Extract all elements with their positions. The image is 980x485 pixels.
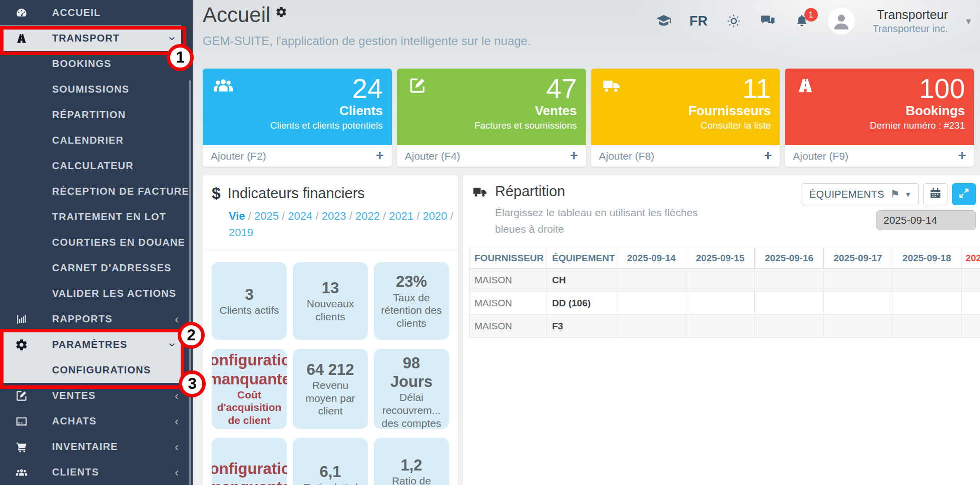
tile-nouveaux-clients: 13 Nouveaux clients: [293, 262, 368, 340]
filter-2021[interactable]: 2021: [389, 210, 413, 222]
filter-2025[interactable]: 2025: [254, 210, 279, 222]
bar-chart-icon: [15, 313, 32, 326]
filter-vie[interactable]: Vie: [229, 210, 245, 222]
calendar-button[interactable]: [923, 183, 947, 205]
add-booking-button[interactable]: Ajouter (F9) +: [785, 145, 974, 167]
page-title: Accueil: [203, 3, 270, 27]
ventes-card: 47 Ventes Factures et soumissions Ajoute…: [397, 69, 586, 167]
main-content: Accueil GEM-SUITE, l'application de gest…: [193, 0, 980, 485]
filter-2022[interactable]: 2022: [355, 210, 380, 222]
filter-2023[interactable]: 2023: [322, 210, 346, 222]
bookings-card: 100 Bookings Dernier numéro : #231 Ajout…: [785, 69, 974, 167]
topbar-actions: FR 1 Transporteur Transporteur inc. ▾: [656, 7, 971, 35]
chevron-left-icon: ‹: [175, 466, 179, 478]
sidebar-item-bookings[interactable]: BOOKINGS: [0, 51, 193, 77]
sidebar-item-traitement-en-lot[interactable]: TRAITEMENT EN LOT: [0, 204, 193, 230]
sidebar-item-rapports[interactable]: RAPPORTS ‹: [0, 306, 193, 332]
sidebar-item-calculateur[interactable]: CALCULATEUR: [0, 153, 193, 179]
tile-configuration-manquante: Configuration manquante: [212, 438, 287, 485]
sidebar-item-label: TRANSPORT: [52, 33, 120, 44]
schedule-cell[interactable]: [617, 315, 686, 338]
add-vente-button[interactable]: Ajouter (F4) +: [397, 145, 586, 167]
edit-icon: [15, 389, 32, 402]
sidebar-item-repartition[interactable]: RÉPARTITION: [0, 102, 193, 128]
schedule-cell[interactable]: [617, 292, 686, 315]
sidebar-scrollbar[interactable]: [189, 80, 191, 485]
schedule-cell[interactable]: [961, 315, 980, 338]
schedule-cell[interactable]: [686, 292, 755, 315]
col-equipement: ÉQUIPEMENT: [547, 248, 617, 269]
table-row: MAISON F3: [469, 315, 980, 338]
schedule-cell[interactable]: [823, 292, 892, 315]
sidebar-item-label: ACCUEIL: [52, 7, 101, 19]
ventes-card-body[interactable]: 47 Ventes Factures et soumissions: [397, 69, 586, 145]
tile-ratio-liquidite: 1,2 Ratio de liquidité: [374, 438, 449, 485]
fournisseurs-card: 11 Fournisseurs Consulter la liste Ajout…: [591, 69, 780, 167]
col-date-5: 2025-09-18: [892, 248, 961, 269]
schedule-cell[interactable]: [892, 292, 961, 315]
chevron-down-icon: ‹: [165, 37, 177, 41]
schedule-cell[interactable]: [892, 315, 961, 338]
expand-table-button[interactable]: [952, 183, 976, 205]
schedule-cell[interactable]: [823, 269, 892, 292]
schedule-cell[interactable]: [961, 269, 980, 292]
schedule-cell[interactable]: [892, 269, 961, 292]
sidebar-item-reception-de-facture[interactable]: RÉCEPTION DE FACTURE: [0, 179, 193, 204]
sidebar-item-courtiers-en-douane[interactable]: COURTIERS EN DOUANE: [0, 230, 193, 255]
clients-card: 24 Clients Clients et clients potentiels…: [203, 69, 392, 167]
date-input[interactable]: 2025-09-14: [876, 210, 976, 230]
filter-2020[interactable]: 2020: [423, 210, 447, 222]
flag-icon: ⚑: [890, 188, 900, 200]
divider: [203, 251, 458, 251]
filter-2024[interactable]: 2024: [288, 210, 312, 222]
equipements-dropdown-button[interactable]: ÉQUIPEMENTS ⚑ ▾: [801, 183, 919, 205]
sidebar-item-clients[interactable]: CLIENTS ‹: [0, 459, 193, 485]
table-row: MAISON CH: [469, 269, 980, 292]
sidebar-item-carnet-adresses[interactable]: CARNET D'ADRESSES: [0, 255, 193, 281]
sidebar-item-ventes[interactable]: VENTES ‹: [0, 383, 193, 408]
clients-card-body[interactable]: 24 Clients Clients et clients potentiels: [203, 69, 392, 145]
sidebar-item-achats[interactable]: ACHATS ‹: [0, 408, 193, 434]
page-subtitle: GEM-SUITE, l'application de gestion inte…: [203, 34, 531, 48]
schedule-cell[interactable]: [755, 315, 824, 338]
add-fournisseur-button[interactable]: Ajouter (F8) +: [591, 145, 780, 167]
chevron-down-icon: ‹: [165, 343, 177, 347]
page-settings-gear-icon[interactable]: [275, 6, 287, 20]
add-client-button[interactable]: Ajouter (F2) +: [203, 145, 392, 167]
sidebar-item-soumissions[interactable]: SOUMISSIONS: [0, 77, 193, 102]
avatar[interactable]: [828, 8, 855, 35]
sidebar-item-transport[interactable]: TRANSPORT ‹: [0, 26, 181, 51]
plus-icon: +: [570, 149, 578, 163]
schedule-cell[interactable]: [823, 315, 892, 338]
sidebar-item-accueil[interactable]: ACCUEIL: [0, 0, 193, 26]
schedule-cell[interactable]: [755, 292, 824, 315]
bookings-card-body[interactable]: 100 Bookings Dernier numéro : #231: [785, 69, 974, 145]
language-selector[interactable]: FR: [690, 14, 708, 29]
sidebar-item-valider-les-actions[interactable]: VALIDER LES ACTIONS: [0, 281, 193, 306]
filter-2019[interactable]: 2019: [229, 226, 253, 239]
notification-badge: 1: [804, 8, 818, 22]
schedule-cell[interactable]: [686, 269, 755, 292]
notifications-bell-icon[interactable]: 1: [794, 13, 810, 29]
truck-icon: [600, 76, 623, 98]
table-header-row: FOURNISSEUR ÉQUIPEMENT 2025-09-14 2025-0…: [469, 248, 980, 269]
user-menu[interactable]: Transporteur Transporteur inc.: [873, 7, 948, 35]
schedule-cell[interactable]: [755, 269, 824, 292]
schedule-cell[interactable]: [617, 269, 686, 292]
road-icon: [794, 76, 817, 98]
stat-cards-row: 24 Clients Clients et clients potentiels…: [203, 69, 974, 167]
sidebar: ACCUEIL TRANSPORT ‹ BOOKINGS SOUMISSIONS…: [0, 0, 193, 485]
tile-revenu-moyen: 64 212 Revenu moyen par client: [293, 349, 368, 429]
schedule-cell[interactable]: [961, 292, 980, 315]
tile-delai-recouvrement: 98 Jours Délai recouvrem... des comptes: [374, 349, 449, 429]
settings-gear-icon[interactable]: [726, 13, 742, 29]
sidebar-item-calendrier[interactable]: CALENDRIER: [0, 128, 193, 153]
chat-icon[interactable]: [760, 13, 776, 29]
schedule-cell[interactable]: [686, 315, 755, 338]
sidebar-item-parametres[interactable]: PARAMÈTRES ‹: [0, 332, 181, 357]
financial-panel-title: Indicateurs financiers: [228, 185, 365, 202]
graduation-cap-icon[interactable]: [656, 13, 672, 29]
fournisseurs-card-body[interactable]: 11 Fournisseurs Consulter la liste: [591, 69, 780, 145]
sidebar-item-configurations[interactable]: CONFIGURATIONS: [0, 357, 181, 383]
sidebar-item-inventaire[interactable]: INVENTAIRE ‹: [0, 434, 193, 459]
